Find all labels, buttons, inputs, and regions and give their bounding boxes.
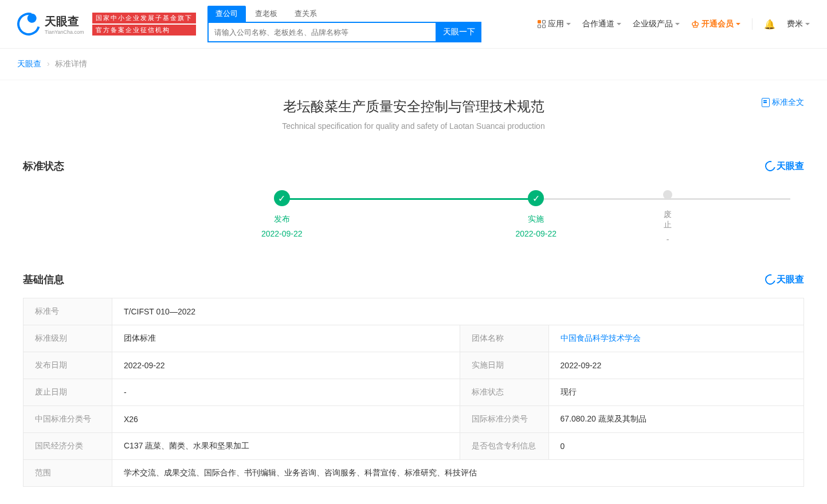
timeline-date: 2022-09-22 bbox=[155, 229, 409, 238]
value-standard-no: T/CIFST 010—2022 bbox=[112, 298, 804, 325]
nav-products[interactable]: 企业级产品 bbox=[633, 19, 680, 29]
section-status: 标准状态 天眼查 ✓ 发布 2022-09-22 ✓ 实施 2022-09-22 bbox=[23, 159, 804, 244]
label-abolish-date: 废止日期 bbox=[23, 379, 112, 406]
value-economy-class: C137 蔬菜、菌类、水果和坚果加工 bbox=[112, 433, 460, 460]
table-row: 范围 学术交流、成果交流、国际合作、书刊编辑、业务咨询、咨询服务、科普宣传、标准… bbox=[23, 460, 804, 487]
breadcrumb-home[interactable]: 天眼查 bbox=[17, 59, 41, 68]
timeline-date: 2022-09-22 bbox=[409, 229, 664, 238]
chevron-down-icon bbox=[675, 23, 680, 25]
breadcrumb-current: 标准详情 bbox=[55, 59, 87, 68]
chevron-down-icon bbox=[805, 23, 810, 25]
table-row: 标准号 T/CIFST 010—2022 bbox=[23, 298, 804, 325]
timeline-node-abolish: 废止 - bbox=[663, 190, 672, 244]
timeline-label: 发布 bbox=[155, 214, 409, 225]
label-group-name: 团体名称 bbox=[460, 325, 548, 352]
timeline-date: - bbox=[663, 235, 672, 244]
table-row: 废止日期 - 标准状态 现行 bbox=[23, 379, 804, 406]
table-row: 标准级别 团体标准 团体名称 中国食品科学技术学会 bbox=[23, 325, 804, 352]
label-publish-date: 发布日期 bbox=[23, 352, 112, 379]
label-cn-class: 中国标准分类号 bbox=[23, 406, 112, 433]
logo-icon bbox=[17, 13, 40, 36]
badge-1: 国家中小企业发展子基金旗下 bbox=[92, 13, 196, 23]
breadcrumb: 天眼查 › 标准详情 bbox=[0, 49, 827, 80]
label-impl-date: 实施日期 bbox=[460, 352, 548, 379]
apps-icon bbox=[538, 20, 546, 28]
page-title-cn: 老坛酸菜生产质量安全控制与管理技术规范 bbox=[23, 97, 804, 116]
value-cn-class: X26 bbox=[112, 406, 460, 433]
table-row: 发布日期 2022-09-22 实施日期 2022-09-22 bbox=[23, 352, 804, 379]
search-area: 查公司 查老板 查关系 天眼一下 bbox=[207, 6, 481, 42]
label-status: 标准状态 bbox=[460, 379, 548, 406]
watermark: 天眼查 bbox=[765, 160, 804, 172]
value-scope: 学术交流、成果交流、国际合作、书刊编辑、业务咨询、咨询服务、科普宣传、标准研究、… bbox=[112, 460, 804, 487]
value-status: 现行 bbox=[548, 379, 804, 406]
timeline: ✓ 发布 2022-09-22 ✓ 实施 2022-09-22 废止 - bbox=[23, 190, 804, 244]
tab-company[interactable]: 查公司 bbox=[207, 6, 246, 22]
value-abolish-date: - bbox=[112, 379, 460, 406]
watermark: 天眼查 bbox=[765, 274, 804, 286]
watermark-icon bbox=[763, 273, 778, 287]
label-patent: 是否包含专利信息 bbox=[460, 433, 548, 460]
nav-apps[interactable]: 应用 bbox=[538, 19, 571, 29]
tab-relation[interactable]: 查关系 bbox=[287, 6, 325, 22]
info-table: 标准号 T/CIFST 010—2022 标准级别 团体标准 团体名称 中国食品… bbox=[23, 298, 804, 487]
badge-2: 官方备案企业征信机构 bbox=[92, 25, 196, 36]
content: 老坛酸菜生产质量安全控制与管理技术规范 Technical specificat… bbox=[0, 80, 827, 504]
nav-premium[interactable]: ♔ 开通会员 bbox=[691, 19, 740, 30]
timeline-check-icon: ✓ bbox=[274, 190, 290, 206]
search-input[interactable] bbox=[207, 22, 437, 42]
section-title-basic: 基础信息 bbox=[23, 273, 64, 286]
table-row: 中国标准分类号 X26 国际标准分类号 67.080.20 蔬菜及其制品 bbox=[23, 406, 804, 433]
page-title-en: Technical specification for quality and … bbox=[23, 121, 804, 131]
label-economy-class: 国民经济分类 bbox=[23, 433, 112, 460]
tab-boss[interactable]: 查老板 bbox=[247, 6, 285, 22]
nav-user[interactable]: 费米 bbox=[787, 19, 810, 29]
label-scope: 范围 bbox=[23, 460, 112, 487]
chevron-down-icon bbox=[736, 23, 740, 25]
logo-area[interactable]: 天眼查 TianYanCha.com bbox=[17, 13, 84, 36]
title-block: 老坛酸菜生产质量安全控制与管理技术规范 Technical specificat… bbox=[23, 97, 804, 131]
document-icon bbox=[762, 98, 770, 107]
chevron-down-icon bbox=[617, 23, 621, 25]
timeline-pending-icon bbox=[663, 190, 672, 199]
label-standard-level: 标准级别 bbox=[23, 325, 112, 352]
search-button[interactable]: 天眼一下 bbox=[437, 22, 481, 42]
section-basic-info: 基础信息 天眼查 标准号 T/CIFST 010—2022 标准级别 团体标准 … bbox=[23, 273, 804, 487]
logo-en: TianYanCha.com bbox=[45, 29, 84, 35]
label-standard-no: 标准号 bbox=[23, 298, 112, 325]
bell-icon[interactable]: 🔔 bbox=[764, 19, 775, 30]
value-publish-date: 2022-09-22 bbox=[112, 352, 460, 379]
watermark-icon bbox=[763, 159, 778, 174]
crown-icon: ♔ bbox=[691, 19, 699, 30]
logo-cn: 天眼查 bbox=[45, 14, 84, 29]
value-standard-level: 团体标准 bbox=[112, 325, 460, 352]
timeline-node-publish: ✓ 发布 2022-09-22 bbox=[155, 190, 409, 244]
value-intl-class: 67.080.20 蔬菜及其制品 bbox=[548, 406, 804, 433]
value-impl-date: 2022-09-22 bbox=[548, 352, 804, 379]
timeline-label: 废止 bbox=[663, 210, 672, 230]
badge-area: 国家中小企业发展子基金旗下 官方备案企业征信机构 bbox=[92, 13, 196, 36]
full-text-link[interactable]: 标准全文 bbox=[762, 97, 804, 108]
value-patent: 0 bbox=[548, 433, 804, 460]
header: 天眼查 TianYanCha.com 国家中小企业发展子基金旗下 官方备案企业征… bbox=[0, 0, 827, 49]
nav-right: 应用 合作通道 企业级产品 ♔ 开通会员 🔔 费米 bbox=[538, 18, 810, 30]
section-title-status: 标准状态 bbox=[23, 159, 64, 173]
nav-channel[interactable]: 合作通道 bbox=[582, 19, 621, 29]
timeline-node-implement: ✓ 实施 2022-09-22 bbox=[409, 190, 664, 244]
timeline-label: 实施 bbox=[409, 214, 664, 225]
timeline-check-icon: ✓ bbox=[528, 190, 544, 206]
label-intl-class: 国际标准分类号 bbox=[460, 406, 548, 433]
table-row: 国民经济分类 C137 蔬菜、菌类、水果和坚果加工 是否包含专利信息 0 bbox=[23, 433, 804, 460]
chevron-down-icon bbox=[566, 23, 571, 25]
search-tabs: 查公司 查老板 查关系 bbox=[207, 6, 481, 22]
value-group-name[interactable]: 中国食品科学技术学会 bbox=[548, 325, 804, 352]
